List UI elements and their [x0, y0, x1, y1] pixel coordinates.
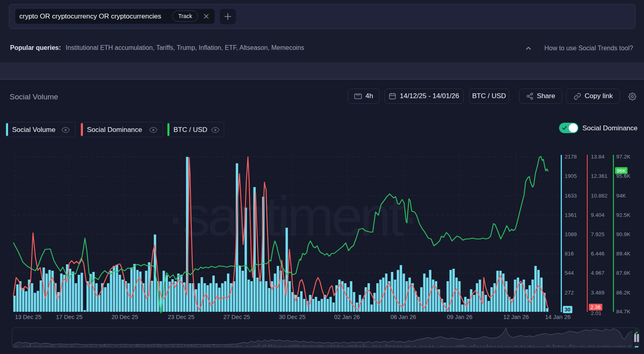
svg-text:96K: 96K — [617, 168, 626, 174]
svg-text:7.925: 7.925 — [591, 231, 605, 237]
svg-text:30 Dec 25: 30 Dec 25 — [279, 314, 305, 320]
svg-text:87.8K: 87.8K — [616, 270, 630, 276]
svg-text:12 Jan 26: 12 Jan 26 — [503, 314, 529, 320]
svg-text:2.36: 2.36 — [590, 304, 601, 310]
svg-text:4.967: 4.967 — [591, 270, 605, 276]
svg-text:2178: 2178 — [565, 154, 577, 160]
svg-text:1633: 1633 — [565, 193, 577, 199]
svg-text:06 Jan 26: 06 Jan 26 — [390, 314, 416, 320]
svg-text:1361: 1361 — [565, 212, 577, 218]
svg-text:13 Dec 25: 13 Dec 25 — [15, 314, 41, 320]
svg-text:86.2K: 86.2K — [616, 290, 630, 296]
svg-text:95.6K: 95.6K — [616, 173, 630, 179]
svg-text:1905: 1905 — [565, 173, 577, 179]
svg-text:544: 544 — [565, 270, 574, 276]
svg-text:02 Jan 26: 02 Jan 26 — [334, 314, 360, 320]
svg-text:90.9K: 90.9K — [616, 231, 630, 237]
svg-text:14 Jan 26: 14 Jan 26 — [545, 314, 571, 320]
svg-text:3.489: 3.489 — [591, 290, 605, 296]
svg-text:17 Dec 25: 17 Dec 25 — [56, 314, 83, 320]
svg-text:272: 272 — [565, 290, 574, 296]
svg-text:23 Dec 25: 23 Dec 25 — [168, 314, 194, 320]
svg-text:97.2K: 97.2K — [616, 154, 630, 160]
svg-text:13.84: 13.84 — [591, 154, 605, 160]
svg-text:12.361: 12.361 — [591, 173, 607, 179]
svg-text:84.7K: 84.7K — [616, 309, 630, 315]
svg-text:09 Jan 26: 09 Jan 26 — [447, 314, 473, 320]
svg-text:1089: 1089 — [565, 231, 577, 237]
svg-text:20 Dec 25: 20 Dec 25 — [111, 314, 138, 320]
svg-text:30: 30 — [565, 307, 570, 313]
svg-text:2.01: 2.01 — [591, 310, 601, 316]
svg-text:94K: 94K — [616, 193, 626, 199]
svg-text:816: 816 — [565, 251, 574, 257]
svg-text:89.4K: 89.4K — [616, 251, 630, 257]
svg-text:10.882: 10.882 — [591, 193, 607, 199]
svg-text:9.404: 9.404 — [591, 212, 605, 218]
svg-text:6.446: 6.446 — [591, 251, 605, 257]
svg-text:27 Dec 25: 27 Dec 25 — [223, 314, 250, 320]
svg-text:92.5K: 92.5K — [616, 212, 630, 218]
